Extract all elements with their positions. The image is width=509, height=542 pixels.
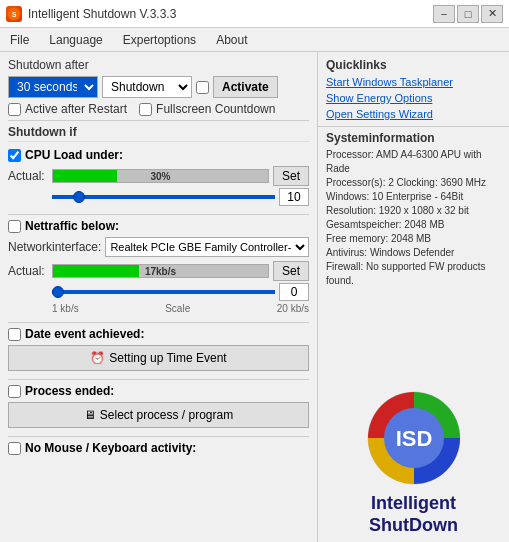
cpu-slider[interactable] (52, 195, 275, 199)
date-btn-label: Setting up Time Event (109, 351, 226, 365)
menu-about[interactable]: About (210, 31, 253, 49)
menu-language[interactable]: Language (43, 31, 108, 49)
cpu-checkbox[interactable] (8, 149, 21, 162)
process-btn-icon: 🖥 (84, 408, 96, 422)
net-scale-mid: Scale (165, 303, 190, 314)
sysinfo-line-1: Processor(s): 2 Clocking: 3690 MHz (326, 176, 501, 190)
date-btn-icon: ⏰ (90, 351, 105, 365)
date-label: Date event achieved: (25, 327, 144, 341)
activate-checkbox[interactable] (196, 81, 209, 94)
main-content: Shutdown after 30 seconds 1 minute 5 min… (0, 52, 509, 542)
shutdown-if-label: Shutdown if (8, 125, 309, 142)
active-restart-label: Active after Restart (25, 102, 127, 116)
mouse-checkbox[interactable] (8, 442, 21, 455)
sysinfo-line-5: Free memory: 2048 MB (326, 232, 501, 246)
sysinfo-line-3: Resolution: 1920 x 1080 x 32 bit (326, 204, 501, 218)
sysinfo-line-2: Windows: 10 Enterprise - 64Bit (326, 190, 501, 204)
process-label: Process ended: (25, 384, 114, 398)
maximize-button[interactable]: □ (457, 5, 479, 23)
cpu-actual-label: Actual: (8, 169, 48, 183)
net-progress-text: 17kb/s (53, 265, 268, 279)
active-restart-row: Active after Restart Fullscreen Countdow… (8, 102, 309, 116)
net-scale-row: 1 kb/s Scale 20 kb/s (8, 303, 309, 314)
cpu-progress-text: 30% (53, 170, 268, 184)
right-panel: Quicklinks Start Windows Taskplaner Show… (318, 52, 509, 542)
date-section: Date event achieved: ⏰ Setting up Time E… (8, 327, 309, 371)
activate-button[interactable]: Activate (213, 76, 278, 98)
sysinfo-text: Processor: AMD A4-6300 APU with Rade Pro… (326, 148, 501, 288)
net-interface-dropdown[interactable]: Realtek PCIe GBE Family Controller- (105, 237, 309, 257)
svg-text:ISD: ISD (395, 426, 432, 451)
net-interface-row: Networkinterface: Realtek PCIe GBE Famil… (8, 237, 309, 257)
net-title: Nettraffic below: (8, 219, 309, 233)
left-panel: Shutdown after 30 seconds 1 minute 5 min… (0, 52, 318, 542)
net-scale-left: 1 kb/s (52, 303, 79, 314)
quicklinks-title: Quicklinks (326, 58, 501, 72)
logo-text: Intelligent ShutDown (369, 492, 458, 536)
date-checkbox[interactable] (8, 328, 21, 341)
process-btn-label: Select process / program (100, 408, 233, 422)
cpu-slider-value[interactable] (279, 188, 309, 206)
close-button[interactable]: ✕ (481, 5, 503, 23)
net-actual-row: Actual: 17kb/s Set (8, 261, 309, 281)
shutdown-after-label: Shutdown after (8, 58, 309, 72)
title-bar: S Intelligent Shutdown V.3.3.3 − □ ✕ (0, 0, 509, 28)
sysinfo-line-6: Antivirus: Windows Defender (326, 246, 501, 260)
active-restart-checkbox[interactable] (8, 103, 21, 116)
sysinfo-line-4: Gesamtspeicher: 2048 MB (326, 218, 501, 232)
quicklinks-section: Quicklinks Start Windows Taskplaner Show… (318, 52, 509, 126)
time-dropdown[interactable]: 30 seconds 1 minute 5 minutes (8, 76, 98, 98)
net-progress-bar: 17kb/s (52, 264, 269, 278)
mouse-title: No Mouse / Keyboard activity: (8, 441, 309, 455)
quicklink-settings[interactable]: Open Settings Wizard (326, 106, 501, 122)
net-slider-row (8, 283, 309, 301)
sysinfo-section: Systeminformation Processor: AMD A4-6300… (318, 126, 509, 292)
cpu-title: CPU Load under: (8, 148, 309, 162)
minimize-button[interactable]: − (433, 5, 455, 23)
app-icon: S (6, 6, 22, 22)
fullscreen-checkbox[interactable] (139, 103, 152, 116)
svg-text:S: S (12, 11, 17, 18)
net-set-button[interactable]: Set (273, 261, 309, 281)
select-process-button[interactable]: 🖥 Select process / program (8, 402, 309, 428)
process-section: Process ended: 🖥 Select process / progra… (8, 384, 309, 428)
net-section: Nettraffic below: Networkinterface: Real… (8, 219, 309, 314)
shutdown-after-row: 30 seconds 1 minute 5 minutes Shutdown R… (8, 76, 309, 98)
mouse-section: No Mouse / Keyboard activity: (8, 441, 309, 455)
date-event-button[interactable]: ⏰ Setting up Time Event (8, 345, 309, 371)
cpu-progress-bar: 30% (52, 169, 269, 183)
cpu-slider-row (8, 188, 309, 206)
sysinfo-title: Systeminformation (326, 131, 501, 145)
logo-section: ISD Intelligent ShutDown (318, 292, 509, 542)
process-title: Process ended: (8, 384, 309, 398)
net-scale-right: 20 kb/s (277, 303, 309, 314)
logo-line1: Intelligent (369, 492, 458, 514)
net-checkbox[interactable] (8, 220, 21, 233)
logo-line2: ShutDown (369, 514, 458, 536)
net-actual-label: Actual: (8, 264, 48, 278)
cpu-actual-row: Actual: 30% Set (8, 166, 309, 186)
cpu-set-button[interactable]: Set (273, 166, 309, 186)
cpu-label: CPU Load under: (25, 148, 123, 162)
menu-bar: File Language Expertoptions About (0, 28, 509, 52)
mouse-label: No Mouse / Keyboard activity: (25, 441, 196, 455)
sysinfo-line-7: Firewall: No supported FW products found… (326, 260, 501, 288)
right-panel-inner: Quicklinks Start Windows Taskplaner Show… (318, 52, 509, 542)
action-dropdown[interactable]: Shutdown Restart Hibernate (102, 76, 192, 98)
net-slider[interactable] (52, 290, 275, 294)
sysinfo-line-0: Processor: AMD A4-6300 APU with Rade (326, 148, 501, 176)
net-slider-value[interactable] (279, 283, 309, 301)
window-controls: − □ ✕ (433, 5, 503, 23)
quicklink-taskplaner[interactable]: Start Windows Taskplaner (326, 74, 501, 90)
isd-logo: ISD (364, 388, 464, 488)
net-interface-label: Networkinterface: (8, 240, 101, 254)
date-title: Date event achieved: (8, 327, 309, 341)
net-label: Nettraffic below: (25, 219, 119, 233)
menu-expertoptions[interactable]: Expertoptions (117, 31, 202, 49)
window-title: Intelligent Shutdown V.3.3.3 (28, 7, 433, 21)
process-checkbox[interactable] (8, 385, 21, 398)
quicklink-energy[interactable]: Show Energy Options (326, 90, 501, 106)
fullscreen-label: Fullscreen Countdown (156, 102, 275, 116)
cpu-section: CPU Load under: Actual: 30% Set (8, 148, 309, 206)
menu-file[interactable]: File (4, 31, 35, 49)
